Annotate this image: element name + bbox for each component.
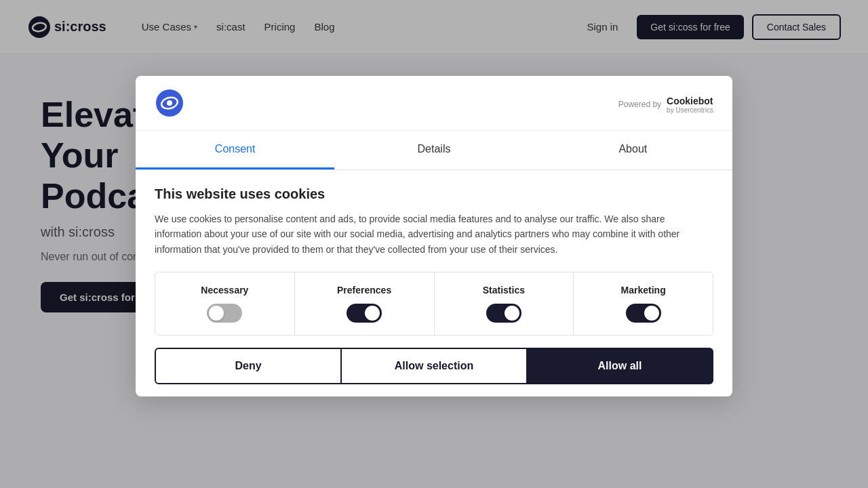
toggle-knob	[365, 306, 380, 321]
powered-by-text: Powered by	[618, 100, 661, 109]
allow-selection-button[interactable]: Allow selection	[342, 348, 528, 384]
cookie-consent-modal: Powered by Cookiebot by Usercentrics Con…	[136, 76, 732, 396]
modal-header: Powered by Cookiebot by Usercentrics	[136, 76, 732, 131]
tab-details[interactable]: Details	[334, 131, 533, 169]
toggle-knob	[505, 306, 519, 321]
tab-about[interactable]: About	[534, 131, 732, 169]
preferences-toggle[interactable]	[347, 304, 382, 323]
consent-toggles: Necessary Preferences Statistics Marketi…	[155, 272, 713, 336]
cookiebot-brand: Cookiebot by Usercentrics	[667, 96, 713, 114]
modal-actions: Deny Allow selection Allow all	[155, 348, 713, 384]
cookie-title: This website uses cookies	[155, 186, 713, 202]
toggle-statistics: Statistics	[435, 272, 574, 335]
toggle-knob	[644, 306, 659, 321]
modal-body: This website uses cookies We use cookies…	[136, 170, 732, 396]
svg-point-4	[167, 100, 172, 106]
toggle-preferences: Preferences	[295, 272, 435, 335]
cookiebot-logo-container	[155, 88, 184, 121]
cookiebot-logo-icon	[155, 88, 184, 118]
toggle-necessary: Necessary	[155, 272, 295, 335]
toggle-knob	[209, 306, 224, 321]
powered-by-section: Powered by Cookiebot by Usercentrics	[618, 96, 713, 114]
allow-all-button[interactable]: Allow all	[528, 348, 713, 384]
deny-button[interactable]: Deny	[155, 348, 342, 384]
marketing-toggle[interactable]	[626, 304, 661, 323]
cookie-description: We use cookies to personalise content an…	[155, 211, 713, 257]
tab-consent[interactable]: Consent	[136, 131, 334, 169]
modal-tabs: Consent Details About	[136, 131, 732, 170]
toggle-marketing: Marketing	[574, 272, 713, 335]
necessary-toggle[interactable]	[207, 304, 242, 323]
statistics-toggle[interactable]	[486, 304, 521, 323]
